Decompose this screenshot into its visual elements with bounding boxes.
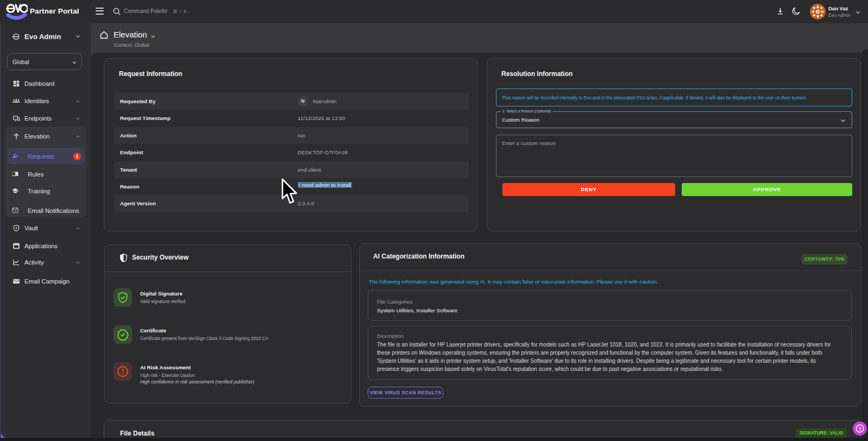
svg-text:?: ? [858,426,861,432]
